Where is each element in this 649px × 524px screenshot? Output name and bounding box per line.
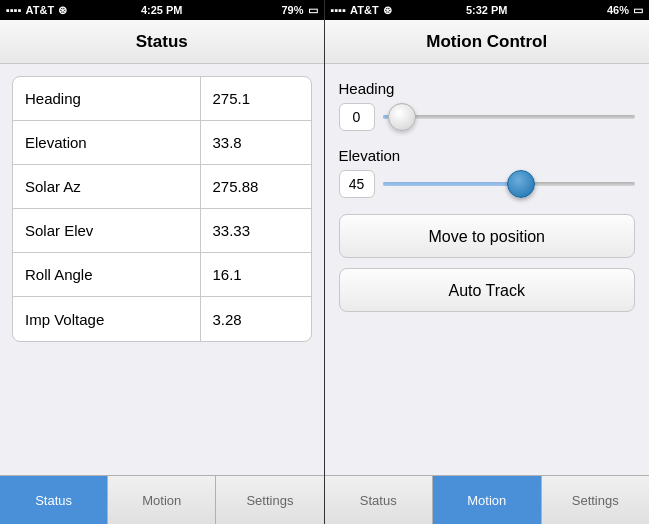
- left-battery-info: 79% ▭: [281, 4, 317, 17]
- right-nav-title: Motion Control: [426, 32, 547, 52]
- table-row: Imp Voltage 3.28: [13, 297, 311, 341]
- left-wifi-icon: ⊛: [58, 4, 67, 17]
- row-value: 16.1: [201, 266, 311, 283]
- right-carrier: AT&T: [350, 4, 379, 16]
- table-row: Roll Angle 16.1: [13, 253, 311, 297]
- table-row: Elevation 33.8: [13, 121, 311, 165]
- heading-slider[interactable]: [383, 103, 636, 131]
- left-signal-icon: ▪▪▪▪: [6, 4, 22, 16]
- row-value: 275.1: [201, 90, 311, 107]
- right-carrier-info: ▪▪▪▪ AT&T ⊛: [331, 4, 392, 17]
- row-label: Imp Voltage: [13, 297, 201, 341]
- right-wifi-icon: ⊛: [383, 4, 392, 17]
- row-value: 33.33: [201, 222, 311, 239]
- table-row: Solar Az 275.88: [13, 165, 311, 209]
- tab-item-settings[interactable]: Settings: [216, 476, 323, 524]
- left-carrier: AT&T: [26, 4, 55, 16]
- right-battery-icon: ▭: [633, 4, 643, 17]
- left-content: Heading 275.1 Elevation 33.8 Solar Az 27…: [0, 64, 324, 475]
- row-label: Elevation: [13, 121, 201, 164]
- elevation-section: Elevation 45: [339, 147, 636, 198]
- row-label: Heading: [13, 77, 201, 120]
- elevation-track-fill: [383, 182, 522, 186]
- elevation-thumb[interactable]: [507, 170, 535, 198]
- move-to-position-button[interactable]: Move to position: [339, 214, 636, 258]
- left-battery-pct: 79%: [281, 4, 303, 16]
- left-phone: ▪▪▪▪ AT&T ⊛ 4:25 PM 79% ▭ Status Heading…: [0, 0, 324, 524]
- elevation-value: 45: [349, 176, 365, 192]
- left-carrier-info: ▪▪▪▪ AT&T ⊛: [6, 4, 67, 17]
- left-battery-icon: ▭: [308, 4, 318, 17]
- elevation-value-box: 45: [339, 170, 375, 198]
- right-battery-pct: 46%: [607, 4, 629, 16]
- tab-item-right-settings[interactable]: Settings: [542, 476, 650, 524]
- row-label: Solar Elev: [13, 209, 201, 252]
- tab-item-right-status[interactable]: Status: [325, 476, 434, 524]
- row-value: 275.88: [201, 178, 311, 195]
- right-signal-icon: ▪▪▪▪: [331, 4, 347, 16]
- heading-label: Heading: [339, 80, 636, 97]
- row-label: Solar Az: [13, 165, 201, 208]
- elevation-slider-row: 45: [339, 170, 636, 198]
- heading-value-box: 0: [339, 103, 375, 131]
- left-nav-title: Status: [136, 32, 188, 52]
- tab-item-right-motion[interactable]: Motion: [433, 476, 542, 524]
- status-table: Heading 275.1 Elevation 33.8 Solar Az 27…: [12, 76, 312, 342]
- heading-thumb[interactable]: [388, 103, 416, 131]
- heading-slider-row: 0: [339, 103, 636, 131]
- elevation-slider[interactable]: [383, 170, 636, 198]
- tab-item-motion[interactable]: Motion: [108, 476, 216, 524]
- left-nav-bar: Status: [0, 20, 324, 64]
- left-time: 4:25 PM: [141, 4, 183, 16]
- right-status-bar: ▪▪▪▪ AT&T ⊛ 5:32 PM 46% ▭: [325, 0, 650, 20]
- table-row: Solar Elev 33.33: [13, 209, 311, 253]
- heading-track-bg: [383, 115, 636, 119]
- auto-track-button[interactable]: Auto Track: [339, 268, 636, 312]
- right-phone: ▪▪▪▪ AT&T ⊛ 5:32 PM 46% ▭ Motion Control…: [325, 0, 650, 524]
- right-time: 5:32 PM: [466, 4, 508, 16]
- tab-item-status[interactable]: Status: [0, 476, 108, 524]
- right-nav-bar: Motion Control: [325, 20, 650, 64]
- motion-content: Heading 0 Elevation 45: [325, 64, 650, 475]
- elevation-label: Elevation: [339, 147, 636, 164]
- row-label: Roll Angle: [13, 253, 201, 296]
- left-status-bar: ▪▪▪▪ AT&T ⊛ 4:25 PM 79% ▭: [0, 0, 324, 20]
- elevation-track-bg: [383, 182, 636, 186]
- row-value: 33.8: [201, 134, 311, 151]
- row-value: 3.28: [201, 311, 311, 328]
- heading-section: Heading 0: [339, 80, 636, 131]
- heading-value: 0: [353, 109, 361, 125]
- right-battery-info: 46% ▭: [607, 4, 643, 17]
- table-row: Heading 275.1: [13, 77, 311, 121]
- right-tab-bar: StatusMotionSettings: [325, 475, 650, 524]
- left-tab-bar: StatusMotionSettings: [0, 475, 324, 524]
